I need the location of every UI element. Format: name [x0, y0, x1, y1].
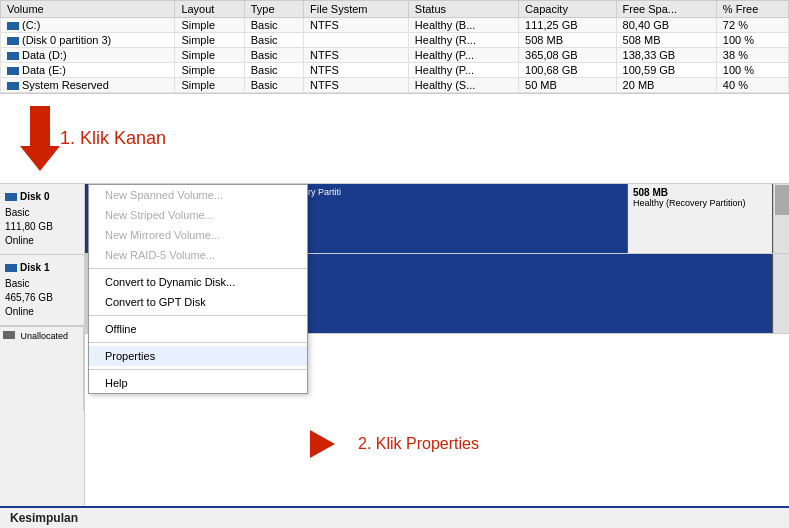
col-status[interactable]: Status — [408, 1, 518, 18]
table-row[interactable]: Data (E:)SimpleBasicNTFSHealthy (P...100… — [1, 63, 789, 78]
disk0-type: Basic — [5, 206, 79, 220]
disk-table: Volume Layout Type File System Status Ca… — [0, 0, 789, 93]
table-row[interactable]: Data (D:)SimpleBasicNTFSHealthy (P...365… — [1, 48, 789, 63]
menu-item-offline[interactable]: Offline — [89, 319, 307, 339]
disk0-info: Disk 0 Basic 111,80 GB Online — [0, 184, 84, 255]
menu-item-new-mirrored-volume---: New Mirrored Volume... — [89, 225, 307, 245]
disk0-recovery-partition[interactable]: 508 MB Healthy (Recovery Partition) — [628, 184, 773, 253]
unallocated-info: Unallocated — [0, 326, 84, 411]
menu-item-convert-to-gpt-disk[interactable]: Convert to GPT Disk — [89, 292, 307, 312]
table-row[interactable]: System ReservedSimpleBasicNTFSHealthy (S… — [1, 78, 789, 93]
disk1-info: Disk 1 Basic 465,76 GB Online — [0, 255, 84, 326]
disk1-status: Online — [5, 305, 79, 319]
unallocated-label: Unallocated — [21, 331, 69, 341]
scrollbar-thumb — [775, 185, 789, 215]
col-capacity[interactable]: Capacity — [519, 1, 617, 18]
arrow1-label: 1. Klik Kanan — [60, 128, 166, 149]
scrollbar[interactable] — [773, 184, 789, 253]
table-row[interactable]: (C:)SimpleBasicNTFSHealthy (B...111,25 G… — [1, 18, 789, 33]
bottom-section: Disk 0 Basic 111,80 GB Online Disk 1 Bas… — [0, 184, 789, 506]
bottom-label: Kesimpulan — [10, 511, 78, 525]
menu-item-convert-to-dynamic-disk---[interactable]: Convert to Dynamic Disk... — [89, 272, 307, 292]
col-free[interactable]: Free Spa... — [616, 1, 716, 18]
main-container: Volume Layout Type File System Status Ca… — [0, 0, 789, 528]
recovery-health: Healthy (Recovery Partition) — [633, 198, 767, 208]
arrow-section: 1. Klik Kanan — [0, 94, 789, 184]
disk0-icon — [5, 193, 17, 201]
menu-item-new-striped-volume---: New Striped Volume... — [89, 205, 307, 225]
disk0-size: 111,80 GB — [5, 220, 79, 234]
unalloc-icon — [3, 331, 15, 339]
context-menu: New Spanned Volume...New Striped Volume.… — [88, 184, 308, 394]
disk1-label: Disk 1 — [20, 261, 49, 275]
disk-info-panel: Disk 0 Basic 111,80 GB Online Disk 1 Bas… — [0, 184, 85, 506]
menu-item-new-spanned-volume---: New Spanned Volume... — [89, 185, 307, 205]
table-row[interactable]: (Disk 0 partition 3)SimpleBasicHealthy (… — [1, 33, 789, 48]
col-layout[interactable]: Layout — [175, 1, 244, 18]
menu-item-new-raid-5-volume---: New RAID-5 Volume... — [89, 245, 307, 265]
disk1-size: 465,76 GB — [5, 291, 79, 305]
disk1-type: Basic — [5, 277, 79, 291]
col-fs[interactable]: File System — [304, 1, 409, 18]
menu-item-properties[interactable]: Properties — [89, 346, 307, 366]
col-type[interactable]: Type — [244, 1, 303, 18]
bottom-bar: Kesimpulan — [0, 506, 789, 528]
menu-separator — [89, 315, 307, 316]
arrow-down-icon — [20, 106, 60, 171]
disk1-icon — [5, 264, 17, 272]
menu-separator — [89, 342, 307, 343]
scrollbar2[interactable] — [773, 254, 789, 333]
menu-separator — [89, 268, 307, 269]
disk0-status: Online — [5, 234, 79, 248]
top-section: Volume Layout Type File System Status Ca… — [0, 0, 789, 94]
col-pct[interactable]: % Free — [716, 1, 788, 18]
disk0-label: Disk 0 — [20, 190, 49, 204]
menu-item-help[interactable]: Help — [89, 373, 307, 393]
col-volume[interactable]: Volume — [1, 1, 175, 18]
menu-separator — [89, 369, 307, 370]
recovery-size: 508 MB — [633, 187, 767, 198]
